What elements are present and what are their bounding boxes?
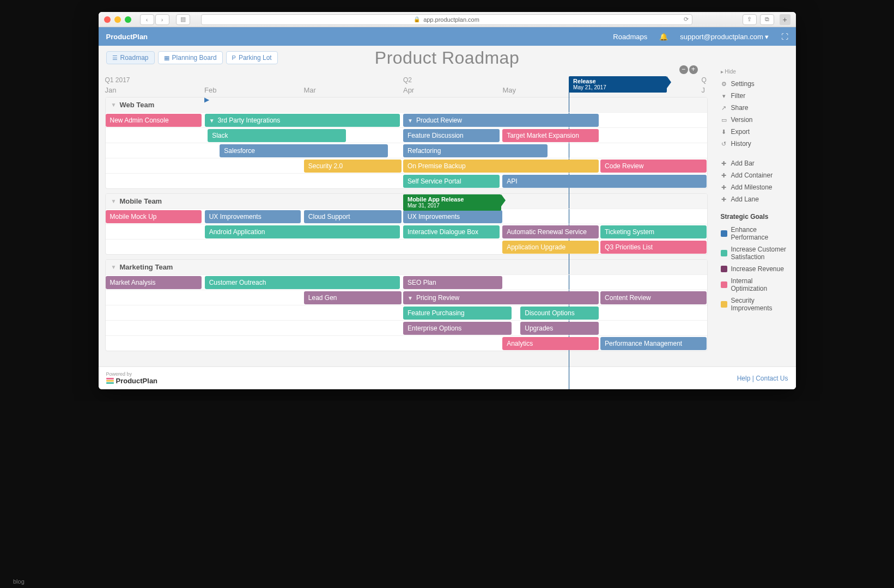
contact-link[interactable]: Contact Us	[756, 375, 788, 382]
playhead-icon[interactable]: ▶	[204, 96, 209, 103]
tab-roadmap[interactable]: ☰Roadmap	[106, 51, 155, 64]
bar-api[interactable]: API	[502, 175, 707, 188]
chevron-down-icon: ▼	[111, 102, 117, 108]
bar-label: Feature Purchasing	[408, 309, 465, 317]
bar-discount-options[interactable]: Discount Options	[520, 307, 599, 320]
goal-security-improvements: Security Improvements	[721, 295, 789, 314]
bar-q3-priorities-list[interactable]: Q3 Priorities List	[600, 241, 707, 254]
bar-target-market-expansion[interactable]: Target Market Expansion	[502, 129, 599, 142]
bar-android-application[interactable]: Android Application	[205, 225, 400, 238]
header-zone: Product Roadmap ☰Roadmap ▦Planning Board…	[99, 46, 796, 64]
bar-lead-gen[interactable]: Lead Gen	[304, 291, 402, 304]
menu-settings[interactable]: ⚙Settings	[721, 78, 789, 90]
bar-label: Feature Discussion	[408, 132, 464, 139]
fullscreen-icon[interactable]: ⛶	[781, 33, 788, 41]
bar-self-service-portal[interactable]: Self Service Portal	[403, 175, 500, 188]
roadmap-icon: ☰	[112, 54, 118, 62]
bar-refactoring[interactable]: Refactoring	[403, 144, 548, 157]
mobile-release-flag[interactable]: Mobile App ReleaseMar 31, 2017	[403, 194, 501, 211]
bar-seo-plan[interactable]: SEO Plan	[403, 276, 502, 289]
hide-sidebar[interactable]: ▸ Hide	[721, 69, 789, 75]
bar-product-review[interactable]: ▼Product Review	[403, 114, 599, 127]
back-button[interactable]: ‹	[140, 14, 154, 25]
notifications-icon[interactable]: 🔔	[659, 33, 668, 41]
timeline-row: Mobile Mock UpUX ImprovementsCloud Suppo…	[106, 209, 707, 224]
bar-analytics[interactable]: Analytics	[502, 337, 599, 350]
chevron-down-icon: ▼	[111, 264, 117, 270]
bar-interactive-dialogue-box[interactable]: Interactive Dialogue Box	[403, 225, 500, 238]
reload-icon[interactable]: ⟳	[684, 16, 689, 23]
quarter-label: Q2	[403, 76, 412, 84]
lane-marketing: ▼Marketing TeamMarket AnalysisCustomer O…	[105, 259, 708, 351]
menu-history[interactable]: ↺History	[721, 138, 789, 150]
bar-mobile-mock-up[interactable]: Mobile Mock Up	[106, 210, 202, 223]
bar-label: Security 2.0	[308, 162, 343, 170]
bar-new-admin-console[interactable]: New Admin Console	[106, 114, 202, 127]
bar-feature-purchasing[interactable]: Feature Purchasing	[403, 307, 512, 320]
help-link[interactable]: Help	[737, 375, 751, 382]
url-bar[interactable]: 🔒 app.productplan.com ⟳	[201, 14, 692, 25]
add-add-bar[interactable]: ✚Add Bar	[721, 157, 789, 169]
body: Q1 2017Q2QJanFebMarAprMayJReleaseMay 21,…	[99, 64, 796, 366]
add-add-milestone[interactable]: ✚Add Milestone	[721, 181, 789, 193]
tabs-button[interactable]: ⧉	[760, 14, 774, 25]
bar-upgrades[interactable]: Upgrades	[520, 322, 599, 335]
filter-icon: ▾	[721, 93, 727, 100]
bar-label: Content Review	[605, 294, 651, 302]
bar-content-review[interactable]: Content Review	[600, 291, 707, 304]
month-label: Apr	[403, 86, 414, 94]
menu-version[interactable]: ▭Version	[721, 114, 789, 126]
bar-feature-discussion[interactable]: Feature Discussion	[403, 129, 500, 142]
add-add-lane[interactable]: ✚Add Lane	[721, 193, 789, 205]
bar-application-upgrade[interactable]: Application Upgrade	[502, 241, 599, 254]
menu-export[interactable]: ⬇Export	[721, 126, 789, 138]
bar-performance-management[interactable]: Performance Management	[600, 337, 707, 350]
bar-slack[interactable]: Slack	[208, 129, 346, 142]
share-button[interactable]: ⇪	[743, 14, 757, 25]
month-label: J	[701, 86, 705, 94]
timeline-row: Feature PurchasingDiscount Options	[106, 305, 707, 320]
month-label: Mar	[303, 86, 315, 94]
timeline-row: Android ApplicationInteractive Dialogue …	[106, 224, 707, 239]
timeline-row: Self Service PortalAPI	[106, 173, 707, 188]
chevron-down-icon: ▼	[111, 198, 117, 204]
bar-label: API	[507, 177, 517, 185]
bar-ticketing-system[interactable]: Ticketing System	[600, 225, 707, 238]
bar-label: Automatic Renewal Service	[507, 228, 587, 236]
menu-share[interactable]: ↗Share	[721, 102, 789, 114]
bar-label: Analytics	[507, 340, 533, 347]
bar-3rd-party-integrations[interactable]: ▼3rd Party Integrations	[205, 114, 400, 127]
tab-planning-board[interactable]: ▦Planning Board	[158, 51, 223, 64]
close-icon[interactable]	[104, 16, 111, 23]
minimize-icon[interactable]	[114, 16, 121, 23]
bar-cloud-support[interactable]: Cloud Support	[304, 210, 402, 223]
release-flag[interactable]: ReleaseMay 21, 2017	[569, 76, 667, 93]
bar-label: Mobile Mock Up	[110, 213, 157, 220]
add-add-container[interactable]: ✚Add Container	[721, 169, 789, 181]
user-menu[interactable]: support@productplan.com ▾	[680, 33, 769, 41]
titlebar: ‹ › ▥ 🔒 app.productplan.com ⟳ ⇪ ⧉ +	[99, 12, 796, 27]
bar-salesforce[interactable]: Salesforce	[220, 144, 388, 157]
bar-label: Market Analysis	[110, 279, 156, 286]
bar-ux-improvements[interactable]: UX Improvements	[205, 210, 301, 223]
bar-security-2-0[interactable]: Security 2.0	[304, 160, 402, 173]
tab-parking-lot[interactable]: PParking Lot	[226, 51, 278, 64]
maximize-icon[interactable]	[125, 16, 131, 23]
sidebar-toggle[interactable]: ▥	[176, 14, 190, 25]
nav-roadmaps[interactable]: Roadmaps	[613, 33, 647, 41]
powered-by-label: Powered by	[106, 371, 158, 377]
lane-header[interactable]: ▼Web Team	[106, 97, 707, 112]
bar-on-premise-backup[interactable]: On Premise Backup	[403, 160, 599, 173]
forward-button[interactable]: ›	[155, 14, 169, 25]
bar-pricing-review[interactable]: ▼Pricing Review	[403, 291, 599, 304]
lane-header[interactable]: ▼Marketing Team	[106, 260, 707, 274]
new-tab-button[interactable]: +	[780, 14, 790, 25]
bar-ux-improvements[interactable]: UX Improvements	[403, 210, 502, 223]
bar-enterprise-options[interactable]: Enterprise Options	[403, 322, 512, 335]
bar-code-review[interactable]: Code Review	[600, 160, 707, 173]
nav-buttons: ‹ ›	[140, 14, 169, 25]
bar-customer-outreach[interactable]: Customer Outreach	[205, 276, 400, 289]
bar-automatic-renewal-service[interactable]: Automatic Renewal Service	[502, 225, 599, 238]
bar-market-analysis[interactable]: Market Analysis	[106, 276, 202, 289]
menu-filter[interactable]: ▾Filter	[721, 90, 789, 102]
